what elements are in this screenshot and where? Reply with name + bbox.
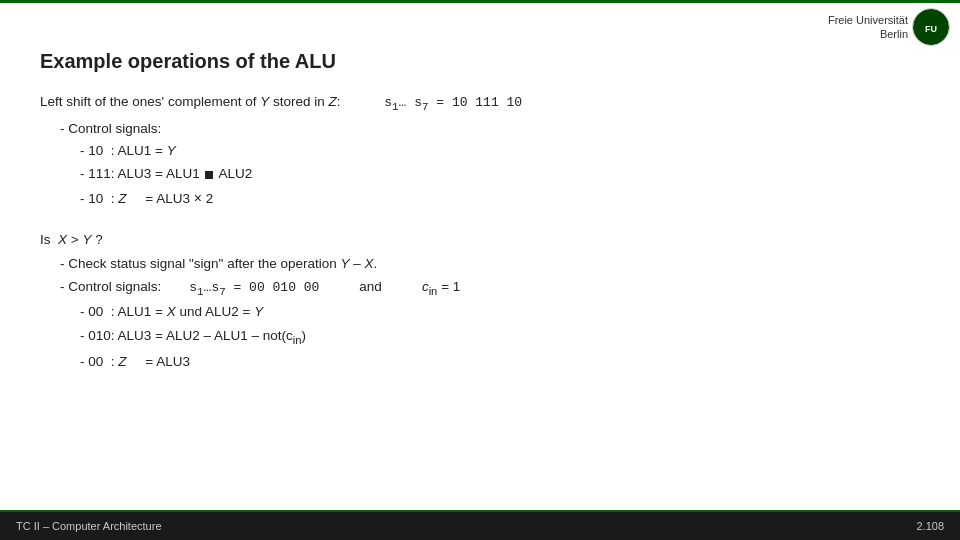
- section2-line1: - 00 : ALU1 = X und ALU2 = Y: [80, 301, 920, 323]
- logo-area: Freie Universität Berlin FU: [828, 8, 950, 46]
- footer-right: 2.108: [916, 520, 944, 532]
- section1-line2: - 111: ALU3 = ALU1 ALU2: [80, 163, 920, 185]
- section2-line2: - 010: ALU3 = ALU2 – ALU1 – not(cin): [80, 325, 920, 349]
- footer-bar: TC II – Computer Architecture 2.108: [0, 512, 960, 540]
- slide-title: Example operations of the ALU: [40, 50, 920, 73]
- control-signals-label1: - Control signals:: [60, 121, 161, 136]
- section1-control-label: - Control signals:: [40, 118, 920, 140]
- logo-svg: FU: [913, 9, 949, 45]
- and-symbol: [205, 171, 213, 179]
- section2: Is X > Y ? - Check status signal "sign" …: [40, 229, 920, 372]
- section2-heading2: - Check status signal "sign" after the o…: [40, 253, 920, 275]
- section2-control-signal: s1…s7 = 00 010 00: [189, 278, 319, 301]
- cin-expression: cin = 1: [422, 276, 460, 300]
- logo-circle: FU: [912, 8, 950, 46]
- slide-content: Left shift of the ones' complement of Y …: [40, 91, 920, 372]
- top-accent-line: [0, 0, 960, 3]
- and-text: and: [359, 276, 382, 298]
- slide-container: Freie Universität Berlin FU Example oper…: [0, 0, 960, 540]
- section1-line3: - 10 : Z = ALU3 × 2: [80, 187, 920, 210]
- section2-line3: - 00 : Z = ALU3: [80, 351, 920, 373]
- logo-text1: Freie Universität: [828, 13, 908, 27]
- logo-text2: Berlin: [828, 27, 908, 41]
- section2-heading1: Is X > Y ?: [40, 229, 920, 251]
- section1: Left shift of the ones' complement of Y …: [40, 91, 920, 209]
- section1-control-signal: s1… s7 = 10 111 10: [384, 95, 522, 110]
- section1-heading: Left shift of the ones' complement of Y …: [40, 91, 920, 116]
- control-signals-label2: - Control signals:: [60, 276, 161, 298]
- section1-lines: - 10 : ALU1 = Y - 111: ALU3 = ALU1 ALU2 …: [40, 140, 920, 210]
- section1-line1: - 10 : ALU1 = Y: [80, 140, 920, 162]
- footer-left: TC II – Computer Architecture: [16, 520, 162, 532]
- svg-text:FU: FU: [925, 24, 937, 34]
- section2-control-row: - Control signals: s1…s7 = 00 010 00 and…: [40, 276, 920, 301]
- section2-lines: - 00 : ALU1 = X und ALU2 = Y - 010: ALU3…: [40, 301, 920, 372]
